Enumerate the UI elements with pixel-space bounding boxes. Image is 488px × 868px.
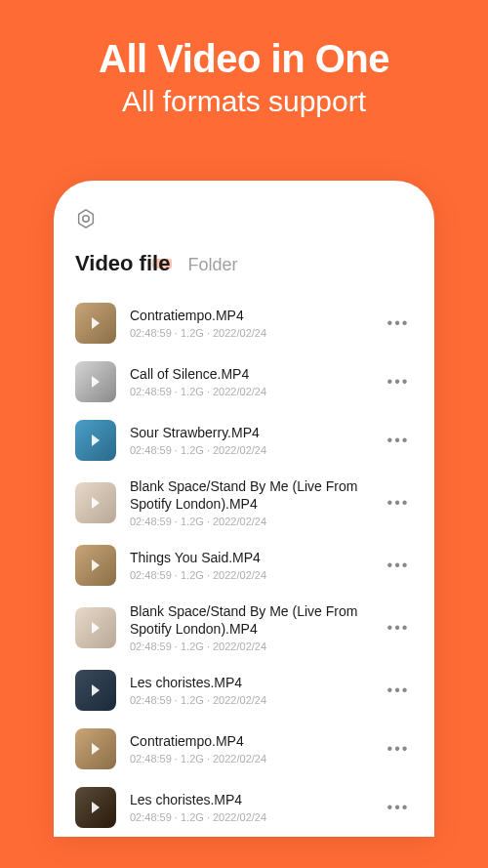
file-title: Blank Space/Stand By Me (Live From Spoti… — [130, 478, 376, 513]
more-icon[interactable]: ••• — [384, 793, 413, 822]
file-info: Sour Strawberry.MP4 02:48:59 · 1.2G · 20… — [130, 425, 376, 457]
more-icon[interactable]: ••• — [384, 613, 413, 642]
file-title: Contratiempo.MP4 — [130, 733, 376, 751]
play-icon — [92, 684, 100, 696]
topbar — [75, 208, 413, 229]
svg-marker-0 — [79, 210, 94, 227]
file-info: Blank Space/Stand By Me (Live From Spoti… — [130, 603, 376, 652]
more-icon[interactable]: ••• — [384, 676, 413, 705]
file-title: Call of Silence.MP4 — [130, 366, 376, 384]
play-icon — [92, 802, 100, 813]
list-item[interactable]: Les choristes.MP4 02:48:59 · 1.2G · 2022… — [75, 778, 413, 837]
tab-folder[interactable]: Folder — [187, 255, 237, 275]
more-icon[interactable]: ••• — [384, 367, 413, 396]
play-icon — [92, 743, 100, 755]
file-list: Contratiempo.MP4 02:48:59 · 1.2G · 2022/… — [75, 294, 413, 837]
list-item[interactable]: Contratiempo.MP4 02:48:59 · 1.2G · 2022/… — [75, 720, 413, 778]
play-icon — [92, 622, 100, 634]
file-title: Things You Said.MP4 — [130, 550, 376, 567]
file-info: Call of Silence.MP4 02:48:59 · 1.2G · 20… — [130, 366, 376, 398]
video-thumbnail — [75, 607, 116, 648]
list-item[interactable]: Contratiempo.MP4 02:48:59 · 1.2G · 2022/… — [75, 294, 413, 352]
video-thumbnail — [75, 361, 116, 402]
file-info: Contratiempo.MP4 02:48:59 · 1.2G · 2022/… — [130, 308, 376, 340]
file-info: Les choristes.MP4 02:48:59 · 1.2G · 2022… — [130, 792, 376, 824]
list-item[interactable]: Blank Space/Stand By Me (Live From Spoti… — [75, 470, 413, 536]
video-thumbnail — [75, 728, 116, 769]
play-icon — [92, 376, 100, 388]
file-meta: 02:48:59 · 1.2G · 2022/02/24 — [130, 516, 376, 527]
video-thumbnail — [75, 787, 116, 828]
play-icon — [92, 497, 100, 509]
play-icon — [92, 317, 100, 329]
file-meta: 02:48:59 · 1.2G · 2022/02/24 — [130, 811, 376, 823]
more-icon[interactable]: ••• — [384, 551, 413, 580]
list-item[interactable]: Les choristes.MP4 02:48:59 · 1.2G · 2022… — [75, 661, 413, 720]
file-meta: 02:48:59 · 1.2G · 2022/02/24 — [130, 327, 376, 339]
file-meta: 02:48:59 · 1.2G · 2022/02/24 — [130, 386, 376, 397]
file-meta: 02:48:59 · 1.2G · 2022/02/24 — [130, 753, 376, 765]
play-icon — [92, 559, 100, 571]
file-info: Things You Said.MP4 02:48:59 · 1.2G · 20… — [130, 550, 376, 582]
video-thumbnail — [75, 670, 116, 711]
list-item[interactable]: Things You Said.MP4 02:48:59 · 1.2G · 20… — [75, 536, 413, 595]
promo-title: All Video in One — [0, 37, 488, 81]
file-meta: 02:48:59 · 1.2G · 2022/02/24 — [130, 694, 376, 706]
video-thumbnail — [75, 482, 116, 523]
more-icon[interactable]: ••• — [384, 426, 413, 455]
video-thumbnail — [75, 303, 116, 344]
file-title: Les choristes.MP4 — [130, 792, 376, 809]
more-icon[interactable]: ••• — [384, 309, 413, 338]
file-title: Les choristes.MP4 — [130, 675, 376, 692]
settings-icon[interactable] — [75, 208, 97, 229]
play-icon — [92, 434, 100, 446]
file-info: Contratiempo.MP4 02:48:59 · 1.2G · 2022/… — [130, 733, 376, 765]
file-info: Blank Space/Stand By Me (Live From Spoti… — [130, 478, 376, 527]
file-info: Les choristes.MP4 02:48:59 · 1.2G · 2022… — [130, 675, 376, 707]
file-title: Sour Strawberry.MP4 — [130, 425, 376, 442]
file-title: Contratiempo.MP4 — [130, 308, 376, 325]
promo-subtitle: All formats support — [0, 85, 488, 118]
more-icon[interactable]: ••• — [384, 488, 413, 517]
list-item[interactable]: Blank Space/Stand By Me (Live From Spoti… — [75, 595, 413, 661]
tabs: Video file Folder — [75, 251, 413, 276]
file-meta: 02:48:59 · 1.2G · 2022/02/24 — [130, 641, 376, 652]
promo-header: All Video in One All formats support — [0, 0, 488, 118]
list-item[interactable]: Sour Strawberry.MP4 02:48:59 · 1.2G · 20… — [75, 411, 413, 470]
video-thumbnail — [75, 545, 116, 586]
svg-point-1 — [83, 216, 89, 222]
tab-video-file[interactable]: Video file — [75, 251, 170, 276]
list-item[interactable]: Call of Silence.MP4 02:48:59 · 1.2G · 20… — [75, 352, 413, 411]
more-icon[interactable]: ••• — [384, 734, 413, 764]
phone-frame: Video file Folder Contratiempo.MP4 02:48… — [54, 181, 434, 837]
file-title: Blank Space/Stand By Me (Live From Spoti… — [130, 603, 376, 638]
video-thumbnail — [75, 420, 116, 461]
file-meta: 02:48:59 · 1.2G · 2022/02/24 — [130, 569, 376, 581]
file-meta: 02:48:59 · 1.2G · 2022/02/24 — [130, 444, 376, 456]
